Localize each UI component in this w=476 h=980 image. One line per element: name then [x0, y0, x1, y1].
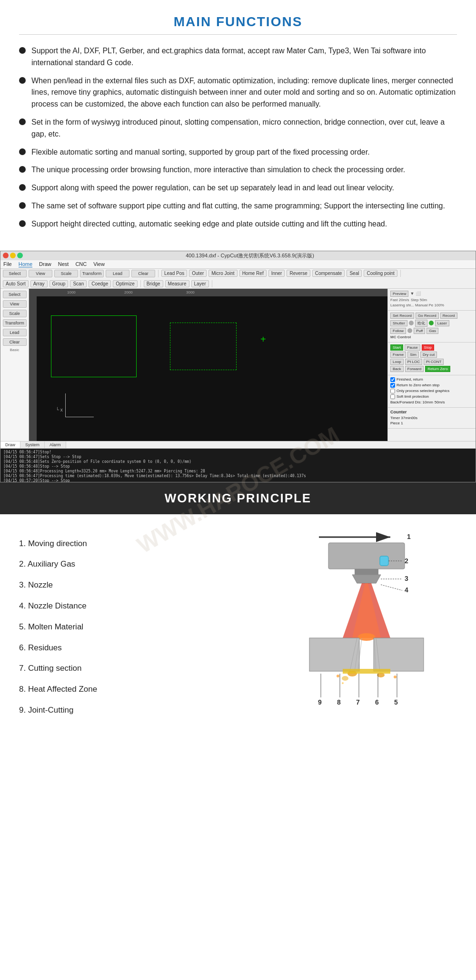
soft-limit-checkbox[interactable] — [390, 394, 395, 399]
pt-loc-button[interactable]: Pt LOC — [405, 359, 422, 365]
canvas-rect-solid — [51, 315, 137, 377]
view-button[interactable]: View — [29, 270, 52, 277]
layer-button[interactable]: Layer — [191, 280, 209, 287]
rp-start-row: Start Pause Stop — [390, 344, 473, 351]
lead-pos-button[interactable]: Lead Pos — [161, 270, 187, 277]
close-icon[interactable] — [3, 253, 9, 258]
clear-button[interactable]: Clear — [131, 270, 155, 277]
auto-sort-button[interactable]: Auto Sort — [3, 280, 29, 287]
svg-point-22 — [337, 675, 339, 677]
outer-button[interactable]: Outer — [189, 270, 207, 277]
working-principle-diagram: 1 2 3 4 — [276, 529, 457, 728]
measure-button[interactable]: Measure — [165, 280, 189, 287]
section-divider — [19, 34, 457, 35]
menu-file[interactable]: File — [3, 261, 12, 267]
laser-indicator — [429, 321, 434, 325]
rp-preview-section: Preview ▼ ⬜ Fast 20m/s Step 50m Lasering… — [388, 289, 476, 311]
sidebar-lead-btn[interactable]: Lead — [3, 329, 27, 336]
right-panel: Preview ▼ ⬜ Fast 20m/s Step 50m Lasering… — [387, 289, 476, 441]
return-zero-button[interactable]: Return Zero — [425, 366, 450, 372]
forward-button[interactable]: Forward — [405, 366, 424, 372]
bullet-dot — [19, 118, 26, 125]
tab-system[interactable]: System — [20, 441, 45, 448]
ruler-tick: 3000 — [186, 290, 195, 294]
inner-button[interactable]: Inner — [268, 270, 285, 277]
transform-button[interactable]: Transform — [80, 270, 104, 277]
array-button[interactable]: Array — [30, 280, 48, 287]
pause-button[interactable]: Pause — [405, 344, 420, 351]
bullet-text: Set in the form of wysiwyg introduced pi… — [31, 117, 457, 140]
list-item: Support along with speed the power regul… — [19, 182, 457, 194]
rp-finished-return-row: Finished, return — [390, 377, 473, 382]
set-record-button[interactable]: Set Record — [390, 313, 414, 319]
titlebar-icons — [3, 253, 23, 258]
menu-draw[interactable]: Draw — [39, 261, 51, 267]
tab-draw[interactable]: Draw — [0, 441, 20, 448]
diagram-label-1: 1 — [407, 533, 411, 540]
scan-button[interactable]: Scan — [70, 280, 87, 287]
home-ref-button[interactable]: Home Ref — [239, 270, 267, 277]
frame-button[interactable]: Frame — [390, 352, 406, 358]
reverse-button[interactable]: Reverse — [287, 270, 310, 277]
menu-cnc[interactable]: CNC — [75, 261, 87, 267]
bullet-text: Support the AI, DXF, PLT, Gerber, and ec… — [31, 45, 457, 69]
laser-button[interactable]: Laser — [435, 320, 449, 326]
group-button[interactable]: Group — [50, 280, 69, 287]
diagram-label-6: 6 — [375, 698, 379, 706]
minimize-icon[interactable] — [10, 253, 16, 258]
select-button[interactable]: Select — [3, 270, 27, 277]
follow-indicator — [407, 328, 412, 333]
lead-button[interactable]: Lead — [106, 270, 129, 277]
coedge-button[interactable]: Coedge — [89, 280, 111, 287]
dihua-button[interactable]: 给化 — [415, 320, 427, 327]
bridge-button[interactable]: Bridge — [144, 280, 163, 287]
sidebar-select-btn[interactable]: Select — [3, 291, 27, 298]
toolbar-group-sort: Auto Sort Array Group Scan Coedge Optimi… — [3, 280, 141, 287]
back-button[interactable]: Back — [390, 366, 404, 372]
drawing-area[interactable]: + └ x — [37, 296, 387, 441]
tab-alarm[interactable]: Alarm — [45, 441, 66, 448]
gas-button[interactable]: Gas — [426, 328, 438, 334]
wp-item-4: 4. Nozzle Distance — [19, 600, 276, 612]
record-button[interactable]: Record — [440, 313, 457, 319]
log-line: [04/15 08:56:48]Sets Zero-position of Fi… — [3, 460, 473, 464]
svg-rect-5 — [380, 556, 388, 566]
pt-cont-button[interactable]: Pt CONT — [424, 359, 444, 365]
menu-home[interactable]: Home — [19, 261, 32, 267]
sidebar-scale-btn[interactable]: Scale — [3, 310, 27, 317]
software-body: Select View Scale Transform Lead Clear B… — [0, 289, 476, 441]
menu-view[interactable]: View — [93, 261, 105, 267]
maximize-icon[interactable] — [17, 253, 23, 258]
software-canvas[interactable]: 1000 2000 3000 + └ x — [29, 289, 387, 441]
loop-button[interactable]: Loop — [390, 359, 404, 365]
go-record-button[interactable]: Go Record — [416, 313, 439, 319]
main-functions-title: MAIN FUNCTIONS — [19, 14, 457, 29]
only-process-checkbox[interactable] — [390, 389, 395, 393]
mc-control-label: MC Control — [390, 335, 411, 339]
sidebar-transform-btn[interactable]: Transform — [3, 319, 27, 327]
cooling-point-button[interactable]: Cooling point — [364, 270, 397, 277]
compensate-button[interactable]: Compensate — [312, 270, 345, 277]
start-button[interactable]: Start — [390, 344, 403, 351]
shutter-button[interactable]: Shutter — [390, 320, 407, 326]
rp-mc-label: MC Control — [390, 335, 473, 339]
wp-item-3: 3. Nozzle — [19, 579, 276, 591]
sidebar-view-btn[interactable]: View — [3, 300, 27, 308]
scale-button[interactable]: Scale — [54, 270, 78, 277]
menu-nest[interactable]: Nest — [58, 261, 69, 267]
finished-return-checkbox[interactable] — [390, 377, 395, 382]
micro-joint-button[interactable]: Micro Joint — [208, 270, 237, 277]
seal-button[interactable]: Seal — [347, 270, 362, 277]
sidebar-clear-btn[interactable]: Clear — [3, 338, 27, 346]
stop-button[interactable]: Stop — [422, 344, 434, 351]
diagram-label-5: 5 — [394, 698, 398, 706]
preview-button[interactable]: Preview — [390, 291, 408, 297]
diagram-svg: 1 2 3 4 — [281, 529, 452, 728]
rp-back-row: Back Forward Return Zero — [390, 366, 473, 372]
sim-button[interactable]: Sim — [407, 352, 419, 358]
puff-button[interactable]: Puff — [414, 328, 425, 334]
dry-cut-button[interactable]: Dry cut — [420, 352, 437, 358]
return-stop-checkbox[interactable] — [390, 383, 395, 388]
optimize-button[interactable]: Optimize — [113, 280, 137, 287]
follow-button[interactable]: Follow — [390, 328, 406, 334]
